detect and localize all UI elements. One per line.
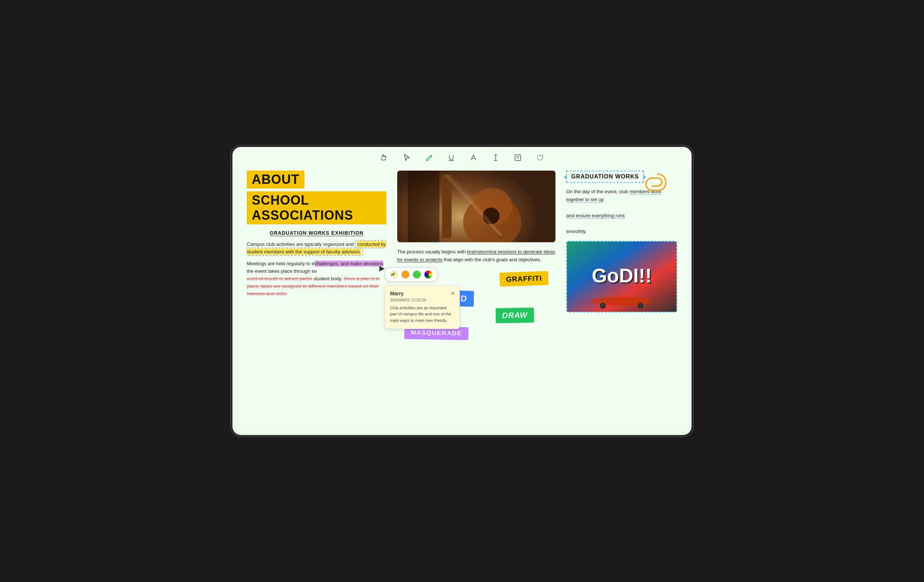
svg-rect-11 xyxy=(442,175,452,238)
toolbar xyxy=(233,147,691,167)
color-orange[interactable] xyxy=(401,271,409,278)
pencil-tool[interactable] xyxy=(425,154,433,163)
note-body: Club activities are an important part of… xyxy=(390,305,454,324)
underlined-text-2: and ensure everything runs xyxy=(566,213,625,218)
tag-draw: DRAW xyxy=(495,308,534,323)
right-panel: GRADUATION WORKS On the day of the event… xyxy=(566,167,677,428)
svg-text:GoDI!!: GoDI!! xyxy=(592,264,652,286)
svg-rect-16 xyxy=(408,170,439,242)
title-about: ABOUT xyxy=(247,170,304,188)
subtitle: GRADUATION WORKS EXHIBITION xyxy=(247,230,386,236)
section-title: GRADUATION WORKS xyxy=(566,170,644,183)
note-close-button[interactable]: × xyxy=(451,291,454,296)
note-popup: Marry × 2023/08/02 12:20:20 Club activit… xyxy=(384,285,460,329)
device-frame: ABOUT SCHOOL ASSOCIATIONS GRADUATION WOR… xyxy=(231,146,693,436)
paperclip-decoration xyxy=(645,172,667,201)
title-school: SCHOOL ASSOCIATIONS xyxy=(247,191,386,224)
circle-tool[interactable] xyxy=(536,154,544,163)
color-picker-popup[interactable]: ✓ xyxy=(384,267,438,282)
text-a-tool[interactable] xyxy=(470,154,477,163)
main-content: ABOUT SCHOOL ASSOCIATIONS GRADUATION WOR… xyxy=(233,167,691,435)
note-header: Marry × xyxy=(390,291,454,296)
cursor-tool[interactable] xyxy=(403,154,411,163)
color-multi[interactable] xyxy=(424,271,432,278)
hand-tool[interactable] xyxy=(380,154,389,164)
svg-line-6 xyxy=(542,155,543,156)
skateboard-image: GoDI!! xyxy=(566,241,677,312)
body-text-1: Campus club activities are typically org… xyxy=(247,241,386,256)
body-text-2: Meetings are held regularly to trchallen… xyxy=(247,260,386,298)
svg-point-20 xyxy=(600,303,606,309)
color-yellow[interactable]: ✓ xyxy=(390,271,398,278)
left-panel: ABOUT SCHOOL ASSOCIATIONS GRADUATION WOR… xyxy=(247,167,386,428)
svg-rect-5 xyxy=(515,155,521,160)
svg-point-10 xyxy=(483,207,500,224)
text-box-tool[interactable] xyxy=(514,154,522,163)
note-author: Marry xyxy=(390,291,404,296)
note-date: 2023/08/02 12:20:20 xyxy=(390,298,454,302)
underline-tool[interactable] xyxy=(447,154,455,163)
cursor-indicator: ▶ xyxy=(379,264,384,272)
skate-image-inner: GoDI!! xyxy=(567,241,676,312)
middle-body-text: The process usually begins with brainsto… xyxy=(397,248,556,263)
guitar-image xyxy=(397,170,556,242)
color-green[interactable] xyxy=(413,271,421,278)
svg-point-21 xyxy=(637,303,644,309)
tag-graffiti: GRAFFITI xyxy=(499,271,548,287)
text-cursor-tool[interactable] xyxy=(492,154,500,163)
